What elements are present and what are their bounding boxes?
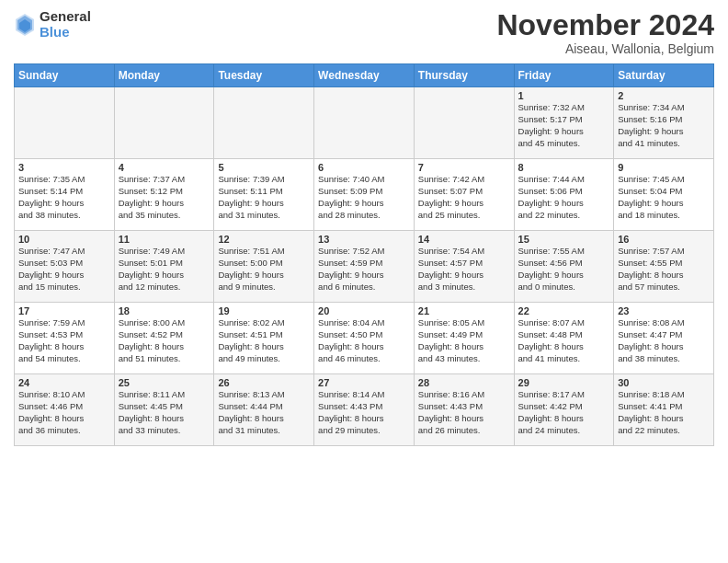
day-info: Sunrise: 8:04 AM Sunset: 4:50 PM Dayligh… <box>318 317 410 364</box>
day-info: Sunrise: 8:08 AM Sunset: 4:47 PM Dayligh… <box>618 317 710 364</box>
day-cell: 20Sunrise: 8:04 AM Sunset: 4:50 PM Dayli… <box>314 303 415 374</box>
day-info: Sunrise: 8:18 AM Sunset: 4:41 PM Dayligh… <box>618 389 710 436</box>
day-info: Sunrise: 7:55 AM Sunset: 4:56 PM Dayligh… <box>518 246 610 293</box>
day-number: 11 <box>119 234 210 245</box>
day-cell: 21Sunrise: 8:05 AM Sunset: 4:49 PM Dayli… <box>414 303 514 374</box>
day-info: Sunrise: 7:57 AM Sunset: 4:55 PM Dayligh… <box>618 246 710 293</box>
day-info: Sunrise: 8:00 AM Sunset: 4:52 PM Dayligh… <box>119 317 210 364</box>
day-number: 16 <box>618 234 710 245</box>
day-cell: 2Sunrise: 7:34 AM Sunset: 5:16 PM Daylig… <box>614 87 714 159</box>
day-cell: 16Sunrise: 7:57 AM Sunset: 4:55 PM Dayli… <box>614 231 714 303</box>
day-number: 21 <box>418 305 510 316</box>
day-info: Sunrise: 7:51 AM Sunset: 5:00 PM Dayligh… <box>218 246 310 293</box>
day-cell: 22Sunrise: 8:07 AM Sunset: 4:48 PM Dayli… <box>514 303 614 374</box>
week-row-3: 17Sunrise: 7:59 AM Sunset: 4:53 PM Dayli… <box>15 303 714 374</box>
calendar-body: 1Sunrise: 7:32 AM Sunset: 5:17 PM Daylig… <box>15 87 714 446</box>
day-cell: 5Sunrise: 7:39 AM Sunset: 5:11 PM Daylig… <box>214 159 314 231</box>
day-info: Sunrise: 7:44 AM Sunset: 5:06 PM Dayligh… <box>518 174 610 221</box>
header-thursday: Thursday <box>414 64 514 87</box>
main-title: November 2024 <box>496 9 714 41</box>
day-info: Sunrise: 7:42 AM Sunset: 5:07 PM Dayligh… <box>418 174 510 221</box>
header-friday: Friday <box>514 64 614 87</box>
day-cell: 29Sunrise: 8:17 AM Sunset: 4:42 PM Dayli… <box>514 374 614 446</box>
day-info: Sunrise: 8:10 AM Sunset: 4:46 PM Dayligh… <box>18 389 110 436</box>
week-row-1: 3Sunrise: 7:35 AM Sunset: 5:14 PM Daylig… <box>15 159 714 231</box>
day-number: 14 <box>418 234 510 245</box>
day-number: 27 <box>318 377 410 388</box>
day-info: Sunrise: 8:11 AM Sunset: 4:45 PM Dayligh… <box>119 389 210 436</box>
day-info: Sunrise: 7:54 AM Sunset: 4:57 PM Dayligh… <box>418 246 510 293</box>
calendar-table: SundayMondayTuesdayWednesdayThursdayFrid… <box>14 63 714 446</box>
day-info: Sunrise: 8:13 AM Sunset: 4:44 PM Dayligh… <box>218 389 310 436</box>
day-number: 7 <box>418 162 510 173</box>
day-number: 3 <box>18 162 110 173</box>
day-number: 1 <box>518 90 610 101</box>
day-info: Sunrise: 7:47 AM Sunset: 5:03 PM Dayligh… <box>18 246 110 293</box>
day-number: 19 <box>218 305 310 316</box>
day-info: Sunrise: 7:34 AM Sunset: 5:16 PM Dayligh… <box>618 102 710 149</box>
day-cell: 12Sunrise: 7:51 AM Sunset: 5:00 PM Dayli… <box>214 231 314 303</box>
day-info: Sunrise: 7:45 AM Sunset: 5:04 PM Dayligh… <box>618 174 710 221</box>
day-cell: 17Sunrise: 7:59 AM Sunset: 4:53 PM Dayli… <box>15 303 115 374</box>
header-tuesday: Tuesday <box>214 64 314 87</box>
day-cell: 3Sunrise: 7:35 AM Sunset: 5:14 PM Daylig… <box>15 159 115 231</box>
day-cell: 30Sunrise: 8:18 AM Sunset: 4:41 PM Dayli… <box>614 374 714 446</box>
day-cell: 18Sunrise: 8:00 AM Sunset: 4:52 PM Dayli… <box>114 303 214 374</box>
day-cell: 19Sunrise: 8:02 AM Sunset: 4:51 PM Dayli… <box>214 303 314 374</box>
day-cell: 25Sunrise: 8:11 AM Sunset: 4:45 PM Dayli… <box>114 374 214 446</box>
week-row-2: 10Sunrise: 7:47 AM Sunset: 5:03 PM Dayli… <box>15 231 714 303</box>
page-container: General Blue November 2024 Aiseau, Wallo… <box>0 0 728 455</box>
day-number: 2 <box>618 90 710 101</box>
day-number: 20 <box>318 305 410 316</box>
day-info: Sunrise: 7:49 AM Sunset: 5:01 PM Dayligh… <box>119 246 210 293</box>
day-cell: 13Sunrise: 7:52 AM Sunset: 4:59 PM Dayli… <box>314 231 415 303</box>
day-cell <box>414 87 514 159</box>
day-number: 22 <box>518 305 610 316</box>
subtitle: Aiseau, Wallonia, Belgium <box>496 41 714 56</box>
day-number: 18 <box>119 305 210 316</box>
day-cell: 14Sunrise: 7:54 AM Sunset: 4:57 PM Dayli… <box>414 231 514 303</box>
day-info: Sunrise: 8:07 AM Sunset: 4:48 PM Dayligh… <box>518 317 610 364</box>
day-number: 13 <box>318 234 410 245</box>
day-info: Sunrise: 7:39 AM Sunset: 5:11 PM Dayligh… <box>218 174 310 221</box>
day-number: 4 <box>119 162 210 173</box>
day-cell <box>314 87 415 159</box>
day-number: 29 <box>518 377 610 388</box>
header-row: SundayMondayTuesdayWednesdayThursdayFrid… <box>15 64 714 87</box>
day-cell: 6Sunrise: 7:40 AM Sunset: 5:09 PM Daylig… <box>314 159 415 231</box>
day-number: 28 <box>418 377 510 388</box>
header-monday: Monday <box>114 64 214 87</box>
logo-text: General Blue <box>40 9 91 40</box>
day-info: Sunrise: 7:52 AM Sunset: 4:59 PM Dayligh… <box>318 246 410 293</box>
day-cell: 26Sunrise: 8:13 AM Sunset: 4:44 PM Dayli… <box>214 374 314 446</box>
day-number: 12 <box>218 234 310 245</box>
day-info: Sunrise: 7:59 AM Sunset: 4:53 PM Dayligh… <box>18 317 110 364</box>
day-cell: 9Sunrise: 7:45 AM Sunset: 5:04 PM Daylig… <box>614 159 714 231</box>
day-number: 30 <box>618 377 710 388</box>
logo-general: General <box>40 9 91 25</box>
day-info: Sunrise: 7:35 AM Sunset: 5:14 PM Dayligh… <box>18 174 110 221</box>
day-info: Sunrise: 8:17 AM Sunset: 4:42 PM Dayligh… <box>518 389 610 436</box>
header-saturday: Saturday <box>614 64 714 87</box>
day-cell: 28Sunrise: 8:16 AM Sunset: 4:43 PM Dayli… <box>414 374 514 446</box>
calendar-header: SundayMondayTuesdayWednesdayThursdayFrid… <box>15 64 714 87</box>
day-info: Sunrise: 8:16 AM Sunset: 4:43 PM Dayligh… <box>418 389 510 436</box>
day-info: Sunrise: 7:32 AM Sunset: 5:17 PM Dayligh… <box>518 102 610 149</box>
day-cell <box>15 87 115 159</box>
header-sunday: Sunday <box>15 64 115 87</box>
day-number: 10 <box>18 234 110 245</box>
day-cell <box>214 87 314 159</box>
day-info: Sunrise: 8:02 AM Sunset: 4:51 PM Dayligh… <box>218 317 310 364</box>
title-block: November 2024 Aiseau, Wallonia, Belgium <box>496 9 714 56</box>
header-wednesday: Wednesday <box>314 64 415 87</box>
day-cell: 11Sunrise: 7:49 AM Sunset: 5:01 PM Dayli… <box>114 231 214 303</box>
day-cell: 10Sunrise: 7:47 AM Sunset: 5:03 PM Dayli… <box>15 231 115 303</box>
day-cell: 23Sunrise: 8:08 AM Sunset: 4:47 PM Dayli… <box>614 303 714 374</box>
day-info: Sunrise: 7:40 AM Sunset: 5:09 PM Dayligh… <box>318 174 410 221</box>
day-cell: 4Sunrise: 7:37 AM Sunset: 5:12 PM Daylig… <box>114 159 214 231</box>
day-number: 9 <box>618 162 710 173</box>
day-number: 26 <box>218 377 310 388</box>
header: General Blue November 2024 Aiseau, Wallo… <box>14 9 714 56</box>
day-number: 15 <box>518 234 610 245</box>
day-info: Sunrise: 7:37 AM Sunset: 5:12 PM Dayligh… <box>119 174 210 221</box>
